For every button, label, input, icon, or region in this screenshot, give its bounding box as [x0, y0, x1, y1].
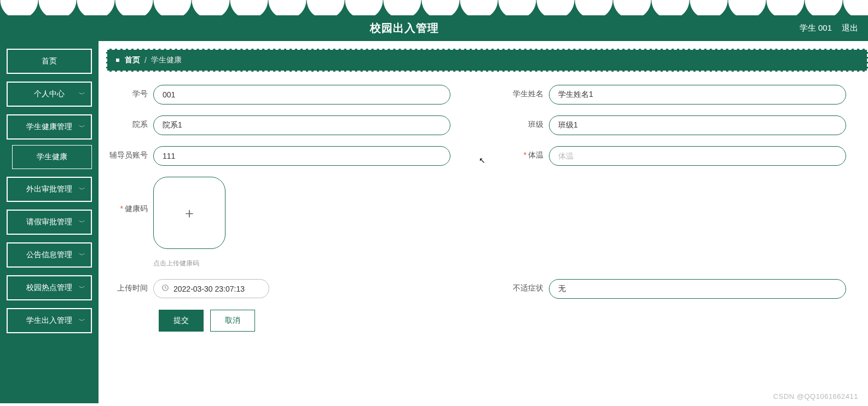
chevron-down-icon: ﹀ [79, 123, 85, 132]
health-code-upload[interactable]: ＋ [153, 177, 225, 249]
label-faculty: 院系 [109, 115, 153, 130]
chevron-down-icon: ﹀ [79, 283, 85, 293]
plus-icon: ＋ [182, 204, 196, 223]
label-student-name: 学生姓名 [505, 85, 549, 99]
chevron-down-icon: ﹀ [79, 90, 85, 99]
breadcrumb-sep: / [144, 56, 147, 65]
counselor-field[interactable] [153, 146, 450, 166]
symptoms-field[interactable] [549, 279, 846, 299]
student-health-form: 学号 学生姓名 院系 班级 辅导员账号 *体温 [99, 85, 868, 332]
main-content: 首页 / 学生健康 学号 学生姓名 院系 班级 辅导员账号 [99, 41, 868, 403]
form-row-health-code: *健康码 ＋ 点击上传健康码 [109, 177, 846, 268]
upload-hint: 点击上传健康码 [153, 259, 225, 268]
current-user[interactable]: 学生 001 [800, 23, 832, 33]
form-row-counselor: 辅导员账号 [109, 146, 450, 166]
form-row-symptoms: 不适症状 [505, 279, 846, 299]
clock-icon [161, 284, 169, 293]
sidebar-item-health-manage[interactable]: 学生健康管理 ﹀ [7, 114, 92, 140]
sidebar-item-home[interactable]: 首页 [7, 49, 92, 74]
form-row-student-id: 学号 [109, 85, 450, 105]
sidebar-item-leave-approval[interactable]: 请假审批管理 ﹀ [7, 210, 92, 235]
faculty-field[interactable] [153, 115, 450, 135]
top-scallop-decoration [0, 0, 868, 15]
label-student-id: 学号 [109, 85, 153, 99]
sidebar-item-label: 学生健康管理 [26, 122, 72, 132]
label-symptoms: 不适症状 [505, 279, 549, 293]
sidebar: 首页 个人中心 ﹀ 学生健康管理 ﹀ 学生健康 外出审批管理 ﹀ 请假审批管理 … [0, 41, 99, 403]
breadcrumb-current: 学生健康 [151, 55, 182, 65]
sidebar-subitem-student-health[interactable]: 学生健康 [12, 145, 92, 169]
student-id-field[interactable] [153, 85, 450, 105]
form-row-upload-time: 上传时间 [109, 279, 450, 299]
form-actions: 提交 取消 [109, 310, 846, 332]
temperature-field[interactable] [549, 146, 846, 166]
sidebar-item-out-approval[interactable]: 外出审批管理 ﹀ [7, 177, 92, 202]
student-name-field[interactable] [549, 85, 846, 105]
label-temperature: *体温 [505, 146, 549, 160]
form-row-class: 班级 [505, 115, 846, 135]
sidebar-item-label: 首页 [42, 56, 57, 66]
label-health-code: *健康码 [109, 177, 153, 214]
cancel-button[interactable]: 取消 [210, 310, 255, 332]
sidebar-item-label: 个人中心 [34, 89, 65, 99]
label-upload-time: 上传时间 [109, 279, 153, 293]
breadcrumb-dot [116, 59, 119, 62]
upload-time-picker[interactable] [153, 279, 269, 298]
sidebar-item-label: 学生出入管理 [26, 316, 72, 326]
logout-link[interactable]: 退出 [842, 23, 858, 33]
label-counselor: 辅导员账号 [109, 146, 153, 160]
upload-time-field[interactable] [173, 285, 261, 293]
app-title: 校园出入管理 [10, 21, 800, 36]
form-row-faculty: 院系 [109, 115, 450, 135]
chevron-down-icon: ﹀ [79, 251, 85, 260]
chevron-down-icon: ﹀ [79, 218, 85, 227]
sidebar-item-hotspot-manage[interactable]: 校园热点管理 ﹀ [7, 275, 92, 300]
sidebar-item-personal-center[interactable]: 个人中心 ﹀ [7, 82, 92, 107]
watermark-text: CSDN @QQ1061662411 [773, 392, 858, 401]
sidebar-item-label: 公告信息管理 [26, 250, 72, 260]
chevron-down-icon: ﹀ [79, 316, 85, 326]
form-row-temperature: *体温 [505, 146, 846, 166]
sidebar-item-notice-manage[interactable]: 公告信息管理 ﹀ [7, 242, 92, 268]
breadcrumb-home[interactable]: 首页 [125, 55, 140, 65]
top-bar: 校园出入管理 学生 001 退出 [0, 15, 868, 41]
form-row-student-name: 学生姓名 [505, 85, 846, 105]
submit-button[interactable]: 提交 [159, 310, 204, 332]
breadcrumb: 首页 / 学生健康 [106, 49, 868, 72]
label-class: 班级 [505, 115, 549, 130]
sidebar-item-label: 校园热点管理 [26, 283, 72, 293]
sidebar-item-inout-manage[interactable]: 学生出入管理 ﹀ [7, 308, 92, 333]
sidebar-item-label: 学生健康 [37, 152, 67, 161]
class-field[interactable] [549, 115, 846, 135]
sidebar-item-label: 请假审批管理 [26, 217, 72, 227]
sidebar-item-label: 外出审批管理 [26, 184, 72, 194]
chevron-down-icon: ﹀ [79, 185, 85, 194]
